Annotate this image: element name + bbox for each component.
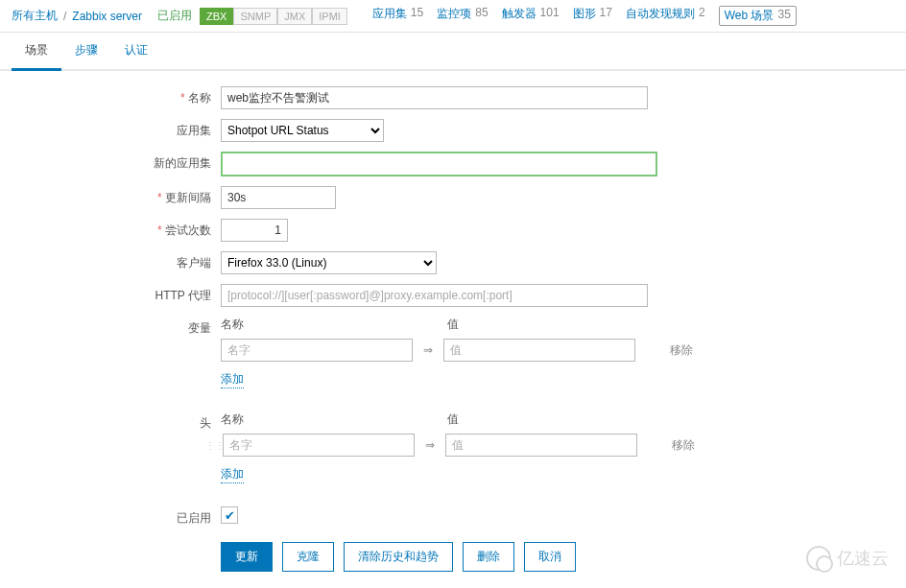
watermark-text: 亿速云 xyxy=(837,547,889,570)
breadcrumb-sep: / xyxy=(63,10,66,23)
interval-label: 更新间隔 xyxy=(12,186,221,206)
hdr-value-input[interactable] xyxy=(445,434,637,457)
attempts-input[interactable] xyxy=(221,219,288,242)
attempts-label: 尝试次数 xyxy=(12,219,221,239)
nav-counts: 应用集15 监控项85 触发器101 图形17 自动发现规则2 Web 场景35 xyxy=(372,6,797,26)
top-bar: 所有主机 / Zabbix server 已启用 ZBX SNMP JMX IP… xyxy=(0,0,906,33)
name-input[interactable] xyxy=(221,86,648,109)
enabled-checkbox[interactable]: ✔ xyxy=(221,506,238,524)
hdr-remove-link[interactable]: 移除 xyxy=(672,437,695,454)
variable-row: ⇒ 移除 xyxy=(221,339,693,362)
tab-auth[interactable]: 认证 xyxy=(111,33,161,69)
cancel-button[interactable]: 取消 xyxy=(524,542,576,572)
nav-triggers[interactable]: 触发器101 xyxy=(502,6,560,26)
variables-label: 变量 xyxy=(12,317,221,337)
breadcrumb: 所有主机 / Zabbix server xyxy=(12,8,142,24)
new-application-label: 新的应用集 xyxy=(12,152,221,172)
proxy-label: HTTP 代理 xyxy=(12,284,221,304)
var-name-input[interactable] xyxy=(221,339,413,362)
var-remove-link[interactable]: 移除 xyxy=(670,342,693,359)
var-name-header: 名称 xyxy=(221,317,428,333)
header-row: ⋮⋮ ⇒ 移除 xyxy=(221,434,695,457)
headers-label: 头 xyxy=(12,412,221,432)
arrow-icon: ⇒ xyxy=(420,343,436,357)
clear-history-button[interactable]: 清除历史和趋势 xyxy=(344,542,453,572)
badge-zbx: ZBX xyxy=(200,8,233,25)
proxy-input[interactable] xyxy=(221,284,648,307)
application-select[interactable]: Shotpot URL Status xyxy=(221,119,384,142)
drag-handle-icon[interactable]: ⋮⋮ xyxy=(205,440,215,451)
breadcrumb-all-hosts[interactable]: 所有主机 xyxy=(12,8,58,24)
var-value-input[interactable] xyxy=(443,339,635,362)
watermark: 亿速云 xyxy=(806,546,889,571)
agent-label: 客户端 xyxy=(12,251,221,271)
interval-input[interactable] xyxy=(221,186,336,209)
badge-ipmi: IPMI xyxy=(312,8,347,25)
agent-select[interactable]: Firefox 33.0 (Linux) xyxy=(221,251,437,274)
var-value-header: 值 xyxy=(447,317,658,333)
update-button[interactable]: 更新 xyxy=(221,542,273,572)
arrow-icon: ⇒ xyxy=(422,438,438,452)
delete-button[interactable]: 删除 xyxy=(463,542,514,572)
clone-button[interactable]: 克隆 xyxy=(282,542,334,572)
form-buttons: 更新 克隆 清除历史和趋势 删除 取消 xyxy=(221,542,894,572)
var-add-link[interactable]: 添加 xyxy=(221,371,244,388)
hdr-name-input[interactable] xyxy=(223,434,415,457)
hdr-add-link[interactable]: 添加 xyxy=(221,466,244,483)
nav-items[interactable]: 监控项85 xyxy=(437,6,488,26)
nav-discovery[interactable]: 自动发现规则2 xyxy=(626,6,705,26)
badge-snmp: SNMP xyxy=(233,8,277,25)
nav-graphs[interactable]: 图形17 xyxy=(573,6,612,26)
hdr-value-header: 值 xyxy=(447,412,658,428)
hdr-name-header: 名称 xyxy=(221,412,428,428)
breadcrumb-host[interactable]: Zabbix server xyxy=(72,10,142,23)
watermark-logo-icon xyxy=(806,546,831,571)
name-label: 名称 xyxy=(12,86,221,106)
new-application-input[interactable] xyxy=(221,152,657,176)
badge-jmx: JMX xyxy=(277,8,312,25)
application-label: 应用集 xyxy=(12,119,221,139)
nav-applications[interactable]: 应用集15 xyxy=(372,6,423,26)
nav-web[interactable]: Web 场景35 xyxy=(719,6,797,26)
tab-scenario[interactable]: 场景 xyxy=(12,33,61,71)
scenario-form: 名称 应用集 Shotpot URL Status 新的应用集 更新间隔 尝试次… xyxy=(0,71,906,588)
enabled-label: 已启用 xyxy=(12,506,221,527)
tab-steps[interactable]: 步骤 xyxy=(61,33,111,69)
interface-badges: ZBX SNMP JMX IPMI xyxy=(200,8,347,25)
host-status: 已启用 xyxy=(157,8,192,24)
form-tabs: 场景 步骤 认证 xyxy=(0,33,906,71)
